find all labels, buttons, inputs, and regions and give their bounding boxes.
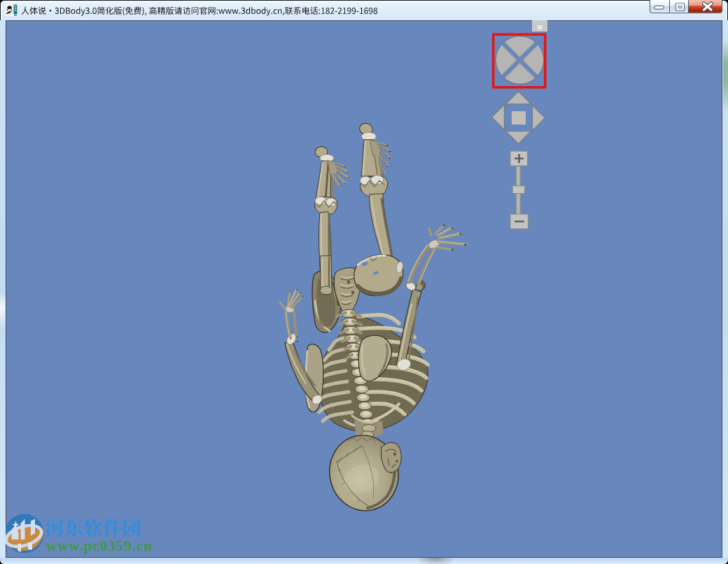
svg-text:»: » bbox=[537, 20, 542, 32]
